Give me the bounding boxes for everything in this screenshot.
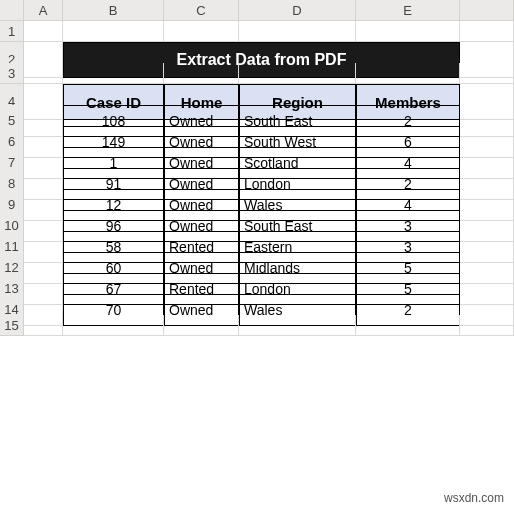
col-header-B[interactable]: B [63,0,164,21]
row-header-15[interactable]: 15 [0,315,24,336]
cell-E3[interactable] [356,63,460,84]
col-header-D[interactable]: D [239,0,356,21]
cell-C1[interactable] [164,21,239,42]
cell-F15[interactable] [460,315,514,336]
spreadsheet-grid: A B C D E 1 2 Extract Data from PDF 3 4 … [0,0,514,336]
col-header-blank[interactable] [460,0,514,21]
cell-A3[interactable] [24,63,63,84]
cell-D15[interactable] [239,315,356,336]
col-header-E[interactable]: E [356,0,460,21]
col-header-A[interactable]: A [24,0,63,21]
cell-F3[interactable] [460,63,514,84]
cell-A15[interactable] [24,315,63,336]
select-all-corner[interactable] [0,0,24,21]
cell-D3[interactable] [239,63,356,84]
watermark-text: wsxdn.com [444,491,504,505]
cell-C15[interactable] [164,315,239,336]
cell-F1[interactable] [460,21,514,42]
cell-E1[interactable] [356,21,460,42]
cell-B15[interactable] [63,315,164,336]
col-header-C[interactable]: C [164,0,239,21]
row-header-3[interactable]: 3 [0,63,24,84]
cell-B3[interactable] [63,63,164,84]
cell-C3[interactable] [164,63,239,84]
cell-B1[interactable] [63,21,164,42]
row-header-1[interactable]: 1 [0,21,24,42]
cell-E15[interactable] [356,315,460,336]
cell-D1[interactable] [239,21,356,42]
cell-A1[interactable] [24,21,63,42]
